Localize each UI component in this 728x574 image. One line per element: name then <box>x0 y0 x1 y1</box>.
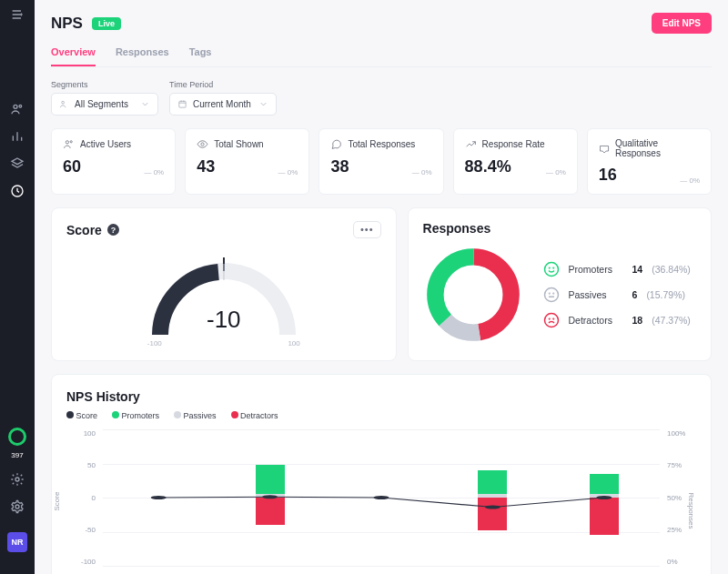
page-title: NPS <box>51 15 83 33</box>
bar-column <box>590 429 619 566</box>
smile-icon <box>543 261 560 277</box>
progress-ring-icon[interactable] <box>8 428 26 446</box>
tab-overview[interactable]: Overview <box>51 46 96 66</box>
svg-point-0 <box>14 105 17 108</box>
svg-point-22 <box>544 314 558 327</box>
avatar[interactable]: NR <box>7 532 27 552</box>
history-legend: Score Promoters Passives Detractors <box>66 411 696 420</box>
svg-point-9 <box>201 143 204 146</box>
tab-tags[interactable]: Tags <box>189 46 212 66</box>
segments-label: Segments <box>51 80 158 89</box>
menu-icon[interactable] <box>10 7 25 22</box>
history-chart: Score Responses 100 50 0 -50 -100 100% 7… <box>66 429 696 574</box>
chat-icon <box>330 138 342 150</box>
period-label: Time Period <box>169 80 277 89</box>
responses-donut <box>423 245 523 345</box>
legend-passives: Passives 6 (15.79%) <box>543 287 691 303</box>
users-icon <box>59 99 69 109</box>
history-panel: NPS History Score Promoters Passives Det… <box>51 374 712 574</box>
period-select[interactable]: Current Month <box>169 93 277 116</box>
frown-icon <box>543 312 560 328</box>
kpi-row: Active Users 60— 0% Total Shown 43— 0% T… <box>51 128 712 195</box>
chevron-down-icon <box>140 99 150 109</box>
svg-point-23 <box>549 318 550 319</box>
settings-icon[interactable] <box>10 472 25 487</box>
filters: Segments All Segments Time Period Curren… <box>51 80 712 116</box>
bar-column <box>367 429 396 566</box>
period-value: Current Month <box>193 99 251 109</box>
gear-icon[interactable] <box>10 499 25 514</box>
svg-rect-6 <box>179 101 186 107</box>
edit-nps-button[interactable]: Edit NPS <box>652 13 712 34</box>
chevron-down-icon <box>258 99 268 109</box>
panel-menu-button[interactable]: ••• <box>353 221 381 238</box>
svg-point-20 <box>549 293 550 294</box>
svg-point-3 <box>15 478 19 481</box>
segments-value: All Segments <box>75 99 128 109</box>
calendar-icon <box>177 99 187 109</box>
legend-promoters: Promoters 14 (36.84%) <box>543 261 691 277</box>
segments-select[interactable]: All Segments <box>51 93 158 116</box>
legend-detractors: Detractors 18 (47.37%) <box>543 312 691 328</box>
users-icon <box>63 138 75 150</box>
svg-point-7 <box>66 141 68 144</box>
tabs: Overview Responses Tags <box>51 46 712 67</box>
svg-point-18 <box>552 267 553 268</box>
bar-column <box>144 429 173 566</box>
kpi-total-responses: Total Responses 38— 0% <box>318 128 443 195</box>
status-badge: Live <box>92 17 121 30</box>
svg-point-4 <box>15 505 19 509</box>
svg-point-5 <box>62 101 65 104</box>
score-panel: Score? ••• -10 -100100 <box>51 207 397 361</box>
trend-icon <box>465 138 477 150</box>
neutral-icon <box>543 287 560 303</box>
eye-icon <box>197 138 208 150</box>
main-content: NPS Live Edit NPS Overview Responses Tag… <box>35 0 728 574</box>
help-icon[interactable]: ? <box>107 224 119 236</box>
bar-column <box>478 429 507 566</box>
layers-icon[interactable] <box>10 156 25 171</box>
kpi-active-users: Active Users 60— 0% <box>51 128 176 195</box>
svg-point-24 <box>552 318 553 319</box>
kpi-response-rate: Response Rate 88.4%— 0% <box>453 128 578 195</box>
svg-point-21 <box>552 293 553 294</box>
analytics-icon[interactable] <box>10 129 25 144</box>
responses-panel: Responses Promoters 14 (36.84%) <box>408 207 712 361</box>
left-rail: 397 NR <box>0 0 35 574</box>
svg-point-8 <box>70 141 72 143</box>
nps-icon[interactable] <box>10 184 25 198</box>
kpi-total-shown: Total Shown 43— 0% <box>185 128 309 195</box>
users-icon[interactable] <box>10 102 25 116</box>
bar-column <box>256 429 285 566</box>
comment-icon <box>599 143 610 155</box>
kpi-qualitative: Qualitative Responses 16— 0% <box>587 128 712 195</box>
svg-point-16 <box>544 263 558 277</box>
header: NPS Live Edit NPS <box>51 13 712 34</box>
svg-point-17 <box>549 267 550 268</box>
tab-responses[interactable]: Responses <box>116 46 169 66</box>
svg-point-19 <box>544 288 558 302</box>
progress-count: 397 <box>11 451 23 459</box>
score-value: -10 <box>207 306 241 334</box>
svg-point-1 <box>19 105 22 107</box>
